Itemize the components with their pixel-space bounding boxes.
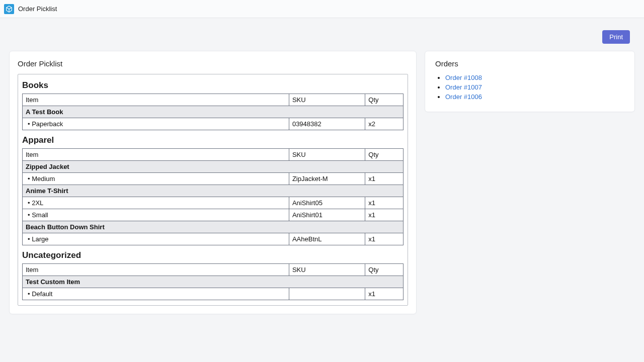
variant-row: LargeAAheBtnLx1 — [23, 233, 404, 245]
variant-row: SmallAniShirt01x1 — [23, 209, 404, 221]
picklist-card: Order Picklist BooksItemSKUQtyA Test Boo… — [9, 51, 417, 314]
product-row: Zipped Jacket — [23, 161, 404, 173]
picklist-title: Order Picklist — [18, 59, 408, 68]
variant-sku — [289, 288, 365, 300]
list-item: Order #1008 — [445, 74, 624, 81]
list-item: Order #1006 — [445, 93, 624, 101]
category-title: Apparel — [22, 135, 404, 145]
variant-sku: 03948382 — [289, 118, 365, 130]
variant-qty: x1 — [365, 197, 404, 209]
list-item: Order #1007 — [445, 83, 624, 91]
variant-qty: x1 — [365, 209, 404, 221]
col-item-header: Item — [23, 149, 289, 161]
variant-label: Large — [23, 233, 289, 245]
col-item-header: Item — [23, 264, 289, 276]
variant-row: Paperback03948382x2 — [23, 118, 404, 130]
category-title: Books — [22, 80, 404, 90]
variant-label: 2XL — [23, 197, 289, 209]
variant-qty: x1 — [365, 288, 404, 300]
col-sku-header: SKU — [289, 94, 365, 106]
orders-title: Orders — [435, 59, 624, 68]
col-sku-header: SKU — [289, 264, 365, 276]
product-row: Beach Button Down Shirt — [23, 221, 404, 233]
print-button[interactable]: Print — [602, 30, 630, 44]
app-topbar: Order Picklist — [0, 0, 644, 18]
content: Order Picklist BooksItemSKUQtyA Test Boo… — [0, 51, 644, 326]
product-row: Anime T-Shirt — [23, 185, 404, 197]
variant-sku: AAheBtnL — [289, 233, 365, 245]
product-name: Test Custom Item — [23, 276, 404, 288]
order-link[interactable]: Order #1007 — [445, 83, 482, 91]
app-title: Order Picklist — [18, 5, 57, 13]
picklist-table: ItemSKUQtyZipped JacketMediumZipJacket-M… — [22, 148, 404, 245]
order-link[interactable]: Order #1006 — [445, 93, 482, 101]
col-item-header: Item — [23, 94, 289, 106]
variant-label: Small — [23, 209, 289, 221]
product-row: Test Custom Item — [23, 276, 404, 288]
col-qty-header: Qty — [365, 149, 404, 161]
variant-label: Paperback — [23, 118, 289, 130]
category-title: Uncategorized — [22, 250, 404, 260]
variant-row: MediumZipJacket-Mx1 — [23, 173, 404, 185]
col-qty-header: Qty — [365, 94, 404, 106]
header-row: Print — [0, 18, 644, 51]
orders-card: Orders Order #1008Order #1007Order #1006 — [425, 51, 635, 112]
variant-qty: x2 — [365, 118, 404, 130]
orders-list: Order #1008Order #1007Order #1006 — [435, 74, 624, 101]
product-name: Zipped Jacket — [23, 161, 404, 173]
box-icon — [4, 4, 14, 14]
picklist-frame: BooksItemSKUQtyA Test BookPaperback03948… — [18, 74, 408, 306]
product-name: Beach Button Down Shirt — [23, 221, 404, 233]
col-sku-header: SKU — [289, 149, 365, 161]
order-link[interactable]: Order #1008 — [445, 74, 482, 81]
product-name: Anime T-Shirt — [23, 185, 404, 197]
product-name: A Test Book — [23, 106, 404, 118]
variant-qty: x1 — [365, 233, 404, 245]
variant-row: 2XLAniShirt05x1 — [23, 197, 404, 209]
variant-row: Defaultx1 — [23, 288, 404, 300]
variant-sku: AniShirt01 — [289, 209, 365, 221]
product-row: A Test Book — [23, 106, 404, 118]
variant-sku: AniShirt05 — [289, 197, 365, 209]
variant-label: Default — [23, 288, 289, 300]
variant-label: Medium — [23, 173, 289, 185]
col-qty-header: Qty — [365, 264, 404, 276]
variant-sku: ZipJacket-M — [289, 173, 365, 185]
picklist-table: ItemSKUQtyA Test BookPaperback03948382x2 — [22, 94, 404, 130]
variant-qty: x1 — [365, 173, 404, 185]
picklist-table: ItemSKUQtyTest Custom ItemDefaultx1 — [22, 263, 404, 300]
